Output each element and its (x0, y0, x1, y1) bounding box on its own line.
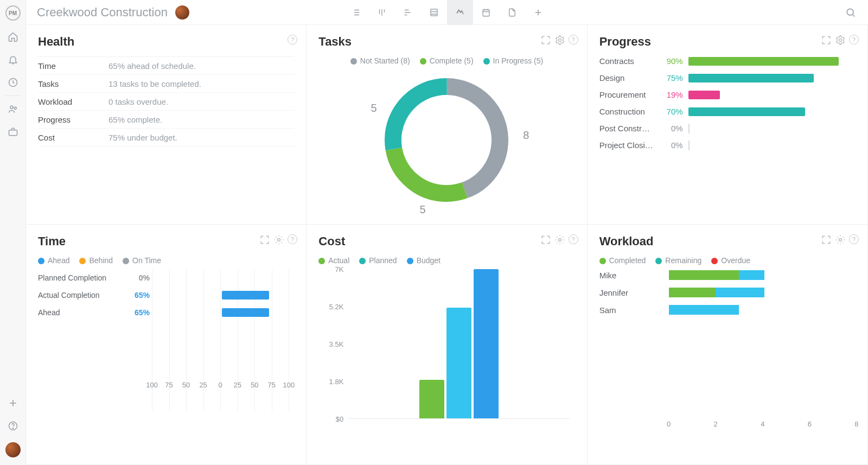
help-icon[interactable]: ? (569, 35, 578, 44)
progress-pct: 19% (659, 90, 683, 99)
card-time: Time ? Ahead Behind On Time Planned Comp… (26, 225, 307, 465)
axis-label: 100 (283, 381, 295, 389)
search-icon[interactable] (844, 6, 857, 19)
cost-legend: Actual Planned Budget (318, 256, 575, 265)
gear-icon[interactable] (554, 35, 565, 46)
help-icon[interactable] (7, 419, 20, 432)
time-track (150, 290, 294, 301)
time-name: Actual Completion (38, 291, 125, 300)
card-progress: Progress ? Contracts 90% Design 75% Proc… (588, 25, 868, 225)
project-title: Creekwood Construction (37, 5, 168, 20)
axis-label: 100 (146, 381, 158, 389)
app-logo[interactable]: PM (5, 5, 21, 21)
progress-pct: 0% (659, 141, 683, 150)
progress-bar (688, 141, 856, 150)
progress-bar (688, 91, 856, 99)
dot-icon (350, 58, 357, 65)
health-label: Progress (38, 115, 108, 124)
cost-y-axis: 7K5.2K3.5K1.8K$0 (318, 269, 346, 419)
user-avatar[interactable] (5, 442, 21, 457)
tasks-legend: Not Started (8) Complete (5) In Progress… (318, 56, 575, 65)
tab-dashboard[interactable] (447, 0, 473, 25)
expand-icon[interactable] (259, 234, 270, 245)
gear-icon[interactable] (273, 234, 284, 245)
tab-files[interactable] (499, 0, 525, 25)
time-name: Planned Completion (38, 273, 125, 282)
expand-icon[interactable] (821, 234, 832, 245)
workload-rows: MikeJenniferSam (599, 270, 856, 315)
dot-icon (318, 258, 325, 264)
health-label: Time (38, 61, 108, 71)
card-title: Workload (599, 234, 856, 249)
workload-legend: Completed Remaining Overdue (599, 256, 856, 265)
progress-row: Project Closin... 0% (599, 141, 856, 150)
svg-point-1 (10, 106, 13, 109)
time-pct: 65% (125, 308, 150, 317)
time-axis: 1007550250255075100 (152, 381, 289, 394)
axis-label: 75 (268, 381, 276, 389)
dot-icon (483, 58, 490, 65)
health-value: 75% under budget. (108, 133, 294, 142)
tab-gantt[interactable] (395, 0, 421, 25)
dot-icon (420, 58, 426, 65)
help-icon[interactable]: ? (849, 234, 859, 244)
legend-item: Ahead (38, 256, 69, 265)
legend-item: Planned (359, 256, 397, 265)
axis-label: 8 (854, 420, 858, 428)
help-icon[interactable]: ? (288, 35, 297, 44)
progress-name: Contracts (599, 56, 654, 66)
help-icon[interactable]: ? (569, 234, 578, 244)
svg-point-15 (558, 239, 561, 241)
expand-icon[interactable] (540, 234, 551, 245)
expand-icon[interactable] (821, 35, 832, 46)
team-icon[interactable] (7, 103, 20, 116)
help-icon[interactable]: ? (288, 234, 297, 244)
card-tasks: Tasks ? Not Started (8) Complete (5) In … (307, 25, 587, 225)
card-title: Tasks (318, 35, 575, 49)
tab-calendar[interactable] (473, 0, 499, 25)
progress-row: Post Construct... 0% (599, 124, 856, 133)
progress-pct: 90% (659, 56, 683, 66)
legend-item: Actual (318, 256, 349, 265)
card-workload: Workload ? Completed Remaining Overdue M… (588, 225, 868, 465)
project-avatar[interactable] (175, 5, 189, 20)
bell-icon[interactable] (7, 53, 20, 66)
cost-bar (446, 308, 471, 418)
svg-point-2 (14, 107, 16, 109)
health-value: 65% complete. (108, 115, 294, 124)
cost-chart: 7K5.2K3.5K1.8K$0 (318, 269, 575, 432)
tab-add[interactable] (525, 0, 551, 25)
add-icon[interactable] (7, 397, 20, 410)
axis-label: 7K (335, 265, 343, 273)
help-icon[interactable]: ? (849, 35, 859, 44)
workload-axis: 02468 (669, 420, 857, 432)
card-title: Progress (599, 35, 856, 49)
axis-label: 5.2K (329, 303, 344, 311)
home-icon[interactable] (7, 30, 20, 43)
tab-board[interactable] (369, 0, 395, 25)
tab-list[interactable] (343, 0, 369, 25)
tab-sheet[interactable] (421, 0, 447, 25)
health-label: Workload (38, 97, 108, 106)
svg-point-9 (558, 39, 561, 42)
svg-rect-6 (431, 9, 437, 16)
gear-icon[interactable] (554, 234, 565, 245)
divider (5, 95, 21, 96)
workload-name: Mike (599, 271, 669, 280)
time-pct: 65% (125, 291, 150, 300)
axis-label: 25 (233, 381, 241, 389)
gear-icon[interactable] (835, 35, 846, 46)
axis-label: 1.8K (329, 378, 344, 386)
progress-pct: 75% (659, 73, 683, 82)
expand-icon[interactable] (540, 35, 551, 46)
clock-icon[interactable] (7, 76, 20, 89)
briefcase-icon[interactable] (7, 125, 20, 138)
gear-icon[interactable] (835, 234, 846, 245)
progress-pct: 0% (659, 124, 683, 133)
dot-icon (79, 258, 86, 264)
left-sidebar: PM (0, 0, 26, 465)
time-track (150, 272, 294, 283)
donut-value-in-progress: 5 (371, 102, 376, 114)
svg-rect-7 (483, 9, 489, 16)
dot-icon (655, 258, 662, 264)
